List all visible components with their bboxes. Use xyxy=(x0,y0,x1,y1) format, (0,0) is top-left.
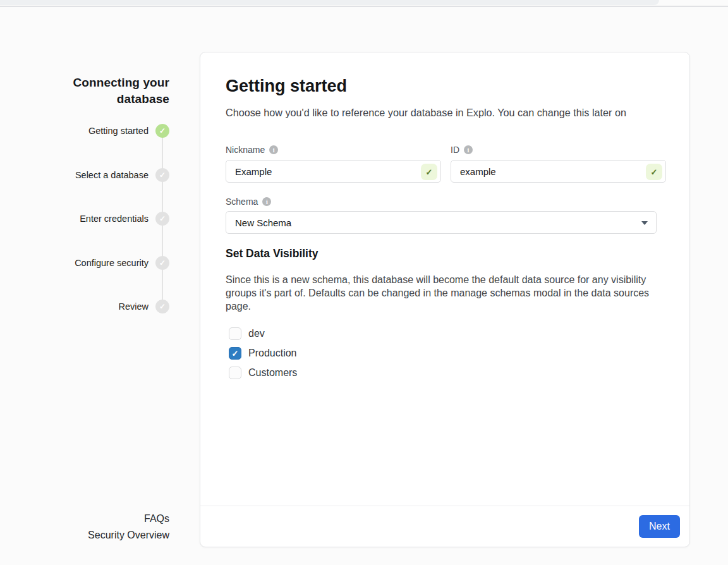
next-button[interactable]: Next xyxy=(639,515,680,538)
visibility-option-customers[interactable]: Customers xyxy=(229,367,297,379)
schema-selected-value: New Schema xyxy=(235,217,291,228)
browser-tab-strip xyxy=(0,0,659,5)
id-input[interactable]: example ✓ xyxy=(451,160,666,183)
schema-select[interactable]: New Schema xyxy=(226,211,657,234)
step-configure-security[interactable]: Configure security ✓ xyxy=(25,256,169,270)
id-label: ID i xyxy=(451,145,473,155)
info-icon[interactable]: i xyxy=(464,145,473,154)
id-value: example xyxy=(460,166,496,177)
step-enter-credentials[interactable]: Enter credentials ✓ xyxy=(25,212,169,226)
step-label: Getting started xyxy=(88,126,149,136)
valid-check-icon: ✓ xyxy=(421,164,437,180)
security-overview-link[interactable]: Security Overview xyxy=(25,530,169,541)
nickname-input[interactable]: Example ✓ xyxy=(226,160,441,183)
step-check-icon: ✓ xyxy=(155,300,169,313)
step-check-icon: ✓ xyxy=(155,124,169,138)
step-label: Review xyxy=(118,301,149,312)
wizard-title: Connecting your database xyxy=(25,75,169,107)
step-check-icon: ✓ xyxy=(155,212,169,226)
checkbox-unchecked[interactable] xyxy=(229,327,241,340)
nickname-label: Nickname i xyxy=(226,145,278,155)
visibility-option-dev[interactable]: dev xyxy=(229,327,265,340)
data-visibility-description: Since this is a new schema, this databas… xyxy=(226,273,663,313)
data-visibility-heading: Set Data Visibility xyxy=(226,247,318,260)
card-title: Getting started xyxy=(226,76,347,96)
id-label-text: ID xyxy=(451,145,459,155)
getting-started-card: Getting started Choose how you'd like to… xyxy=(200,52,690,547)
card-subtitle: Choose how you'd like to reference your … xyxy=(226,107,668,119)
step-label: Enter credentials xyxy=(80,214,149,224)
step-label: Select a database xyxy=(75,170,149,180)
step-getting-started[interactable]: Getting started ✓ xyxy=(25,124,169,138)
step-review[interactable]: Review ✓ xyxy=(25,300,169,313)
checkbox-label: Customers xyxy=(248,367,297,379)
step-select-a-database[interactable]: Select a database ✓ xyxy=(25,168,169,182)
checkbox-label: Production xyxy=(248,348,297,359)
info-icon[interactable]: i xyxy=(262,197,271,206)
step-label: Configure security xyxy=(75,258,149,268)
faqs-link[interactable]: FAQs xyxy=(25,513,169,525)
checkbox-unchecked[interactable] xyxy=(229,367,241,379)
checkbox-label: dev xyxy=(248,328,265,339)
caret-down-icon xyxy=(641,221,648,225)
info-icon[interactable]: i xyxy=(269,145,278,154)
valid-check-icon: ✓ xyxy=(646,164,662,180)
checkbox-checked[interactable]: ✓ xyxy=(229,347,241,360)
schema-label-text: Schema xyxy=(226,197,258,207)
browser-chrome-divider xyxy=(0,6,728,7)
nickname-label-text: Nickname xyxy=(226,145,265,155)
step-check-icon: ✓ xyxy=(155,168,169,182)
nickname-value: Example xyxy=(235,166,272,177)
card-footer: Next xyxy=(200,506,689,547)
visibility-option-production[interactable]: ✓ Production xyxy=(229,347,297,360)
step-check-icon: ✓ xyxy=(155,256,169,270)
schema-label: Schema i xyxy=(226,197,271,207)
page: Connecting your database Getting started… xyxy=(0,0,728,565)
